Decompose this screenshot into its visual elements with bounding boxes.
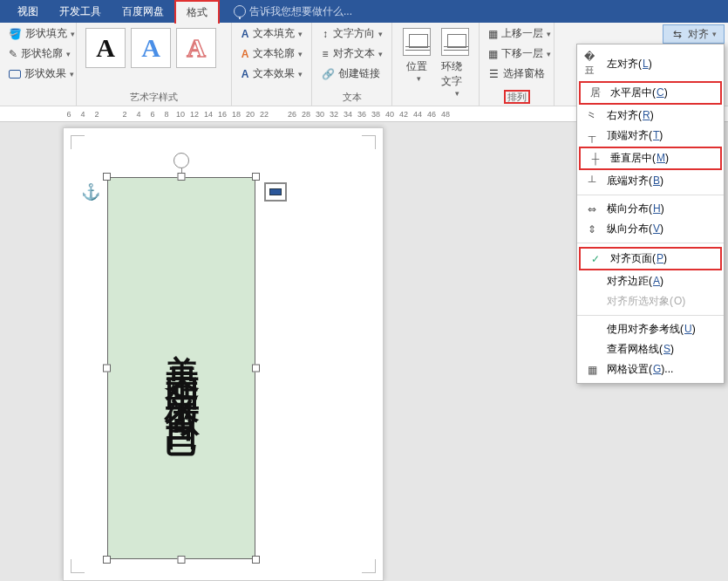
- layout-options-icon: [269, 188, 282, 195]
- group-position: 位置▾ 环绕文字▾: [392, 23, 480, 106]
- group-label-text: 文本: [317, 89, 386, 106]
- align-text-button[interactable]: ≡对齐文本▾: [317, 44, 386, 63]
- menu-align-top[interactable]: ┬顶端对齐(T): [577, 126, 724, 146]
- menu-align-to-page[interactable]: ✓对齐页面(P): [581, 249, 720, 269]
- position-icon: [403, 28, 431, 56]
- menu-grid-settings[interactable]: ▦网格设置(G)...: [577, 359, 724, 379]
- bring-forward-button[interactable]: ▦上移一层▾: [485, 24, 548, 43]
- create-link-button[interactable]: 🔗创建链接: [317, 65, 386, 83]
- selection-pane-icon: ☰: [488, 67, 500, 81]
- wordart-style-3[interactable]: A: [176, 28, 216, 68]
- selected-textbox[interactable]: 美是回来做自己: [107, 177, 255, 559]
- text-effects-icon: A: [241, 67, 249, 81]
- group-align-size: ⇆ 对齐▾ ↕ 24.42 厘米 �표左对齐(L) 居水平居中(C) ⺀右对齐(…: [555, 23, 728, 106]
- tab-format[interactable]: 格式: [174, 0, 220, 24]
- text-direction-icon: ↕: [321, 27, 330, 41]
- link-icon: 🔗: [321, 67, 335, 81]
- menu-distribute-v[interactable]: ⇕纵向分布(V): [577, 219, 724, 239]
- group-text: ↕文字方向▾ ≡对齐文本▾ 🔗创建链接 文本: [312, 23, 392, 106]
- distribute-v-icon: ⇕: [584, 223, 600, 236]
- check-icon: ✓: [588, 253, 603, 265]
- group-label: [5, 92, 71, 106]
- tab-devtools[interactable]: 开发工具: [49, 1, 112, 23]
- ribbon: 🪣形状填充▾ ✎形状轮廓▾ 形状效果▾ A A A 艺术字样式 A文本填充▾ A…: [0, 23, 728, 106]
- menu-align-to-margin[interactable]: 对齐边距(A): [577, 271, 724, 291]
- textbox-text: 美是回来做自己: [164, 325, 199, 411]
- position-button[interactable]: 位置▾: [398, 24, 436, 98]
- menu-use-guides[interactable]: 使用对齐参考线(U): [577, 319, 724, 339]
- text-outline-button[interactable]: A文本轮廓▾: [237, 44, 306, 63]
- send-backward-button[interactable]: ▦下移一层▾: [485, 44, 548, 63]
- group-label-arrange: 排列: [504, 90, 530, 104]
- text-outline-icon: A: [241, 47, 249, 61]
- menu-align-to-objects: 对齐所选对象(O): [577, 291, 724, 311]
- align-left-icon: �표: [584, 51, 600, 78]
- tab-baidupan[interactable]: 百度网盘: [112, 1, 174, 23]
- textbox[interactable]: 美是回来做自己: [107, 177, 255, 559]
- tell-me-hint[interactable]: 告诉我您想要做什么...: [234, 4, 352, 19]
- margin-corner-icon: [71, 559, 85, 573]
- group-wordart: A A A 艺术字样式: [77, 23, 232, 106]
- margin-corner-icon: [362, 559, 376, 573]
- shape-effects-button[interactable]: 形状效果▾: [5, 65, 71, 83]
- wrap-icon: [441, 28, 469, 56]
- anchor-icon[interactable]: ⚓: [81, 182, 100, 202]
- bring-forward-icon: ▦: [488, 27, 498, 41]
- margin-corner-icon: [362, 135, 376, 149]
- margin-corner-icon: [71, 135, 85, 149]
- pen-icon: ✎: [9, 47, 17, 61]
- align-right-icon: ⺀: [584, 108, 600, 123]
- align-bottom-icon: ┴: [584, 175, 600, 188]
- align-button[interactable]: ⇆ 对齐▾: [663, 24, 725, 44]
- lightbulb-icon: [234, 5, 246, 17]
- wordart-gallery[interactable]: A A A: [82, 24, 226, 68]
- selection-pane-button[interactable]: ☰选择窗格: [485, 65, 548, 83]
- resize-handle-ne[interactable]: [252, 173, 260, 181]
- resize-handle-n[interactable]: [178, 173, 186, 181]
- align-top-icon: ┬: [584, 130, 600, 142]
- wrap-text-button[interactable]: 环绕文字▾: [436, 24, 474, 98]
- layout-options-button[interactable]: [264, 182, 287, 202]
- menu-distribute-h[interactable]: ⇔横向分布(H): [577, 199, 724, 219]
- paint-bucket-icon: 🪣: [9, 27, 22, 41]
- shape-fill-button[interactable]: 🪣形状填充▾: [5, 24, 71, 43]
- align-hcenter-icon: 居: [588, 85, 603, 100]
- align-dropdown-menu: �표左对齐(L) 居水平居中(C) ⺀右对齐(R) ┬顶端对齐(T) ┼垂直居中…: [576, 44, 725, 384]
- group-shape-style: 🪣形状填充▾ ✎形状轮廓▾ 形状效果▾: [0, 23, 77, 106]
- send-backward-icon: ▦: [488, 47, 498, 61]
- text-effects-button[interactable]: A文本效果▾: [237, 65, 306, 83]
- tab-view[interactable]: 视图: [7, 1, 49, 23]
- wordart-style-2[interactable]: A: [131, 28, 171, 68]
- resize-handle-w[interactable]: [103, 365, 111, 373]
- group-arrange: ▦上移一层▾ ▦下移一层▾ ☰选择窗格 排列: [480, 23, 555, 106]
- title-tab-bar: 视图 开发工具 百度网盘 格式 告诉我您想要做什么...: [0, 0, 728, 23]
- menu-align-left[interactable]: �표左对齐(L): [577, 48, 724, 80]
- resize-handle-e[interactable]: [252, 365, 260, 373]
- effects-icon: [9, 67, 21, 81]
- menu-align-bottom[interactable]: ┴底端对齐(B): [577, 171, 724, 191]
- menu-view-gridlines[interactable]: 查看网格线(S): [577, 339, 724, 359]
- resize-handle-s[interactable]: [178, 556, 186, 564]
- distribute-h-icon: ⇔: [584, 203, 600, 215]
- resize-handle-sw[interactable]: [103, 556, 111, 564]
- text-direction-button[interactable]: ↕文字方向▾: [317, 24, 386, 43]
- resize-handle-se[interactable]: [252, 556, 260, 564]
- text-fill-icon: A: [241, 27, 249, 41]
- wordart-style-1[interactable]: A: [85, 28, 126, 68]
- resize-handle-nw[interactable]: [103, 173, 111, 181]
- menu-align-right[interactable]: ⺀右对齐(R): [577, 106, 724, 126]
- tell-me-text: 告诉我您想要做什么...: [249, 4, 352, 19]
- align-icon: ⇆: [670, 27, 684, 41]
- text-fill-button[interactable]: A文本填充▾: [237, 24, 306, 43]
- shape-outline-button[interactable]: ✎形状轮廓▾: [5, 44, 71, 63]
- align-text-icon: ≡: [321, 47, 330, 61]
- group-label-wordart: 艺术字样式: [82, 89, 226, 106]
- group-label: [237, 92, 306, 106]
- group-text-effects: A文本填充▾ A文本轮廓▾ A文本效果▾: [232, 23, 312, 106]
- align-vcenter-icon: ┼: [588, 153, 603, 165]
- rotate-handle[interactable]: [173, 153, 189, 168]
- menu-align-vcenter[interactable]: ┼垂直居中(M): [581, 148, 720, 168]
- menu-align-hcenter[interactable]: 居水平居中(C): [581, 83, 720, 103]
- page: ⚓ 美是回来做自己: [63, 127, 384, 581]
- grid-icon: ▦: [584, 364, 600, 376]
